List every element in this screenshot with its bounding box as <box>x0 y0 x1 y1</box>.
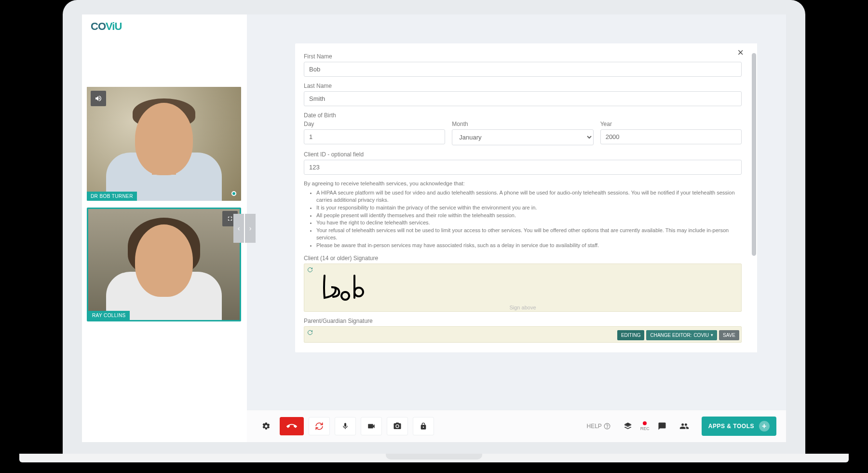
consent-item: Please be aware that in-person services … <box>316 242 742 249</box>
sync-button[interactable] <box>309 417 330 435</box>
presence-indicator <box>231 191 236 196</box>
consent-item: It is your responsibility to maintain th… <box>316 204 742 211</box>
consent-item: All people present will identify themsel… <box>316 212 742 219</box>
snapshot-button[interactable] <box>387 417 408 435</box>
form-scrollbar[interactable] <box>750 43 757 352</box>
dob-year-input[interactable] <box>600 129 742 144</box>
client-signature-label: Client (14 or older) Signature <box>304 255 742 262</box>
last-name-input[interactable] <box>304 91 742 106</box>
close-icon[interactable]: × <box>737 46 744 59</box>
parent-signature-pad[interactable]: EDITING CHANGE EDITOR: COVIU ▾ SAVE <box>304 326 742 343</box>
apps-tools-button[interactable]: APPS & TOOLS + <box>702 417 776 436</box>
participants-button[interactable] <box>676 417 693 435</box>
save-button[interactable]: SAVE <box>719 330 739 340</box>
pager-prev-button[interactable]: ‹ <box>233 214 244 243</box>
record-button[interactable]: REC <box>640 421 650 431</box>
consent-form-panel: × First Name Last Name Date of Birth <box>295 43 757 352</box>
consent-list: A HIPAA secure platform will be used for… <box>304 189 742 249</box>
camera-button[interactable] <box>361 417 382 435</box>
last-name-label: Last Name <box>304 83 742 89</box>
dob-year-label: Year <box>600 121 742 127</box>
svg-point-1 <box>607 428 607 428</box>
chevron-down-icon: ▾ <box>711 333 713 337</box>
video-tile-self[interactable]: RAY COLLINS <box>87 208 241 321</box>
dob-month-select[interactable]: January <box>452 129 593 145</box>
participant-name-label: RAY COLLINS <box>88 311 130 320</box>
lock-button[interactable] <box>413 417 434 435</box>
record-dot-icon <box>643 421 647 425</box>
consent-intro: By agreeing to receive telehealth servic… <box>304 181 742 186</box>
first-name-input[interactable] <box>304 62 742 77</box>
consent-item: Your refusal of telehealth services will… <box>316 227 742 241</box>
client-id-input[interactable] <box>304 160 742 175</box>
microphone-button[interactable] <box>335 417 356 435</box>
hangup-button[interactable] <box>280 417 304 435</box>
editing-status-badge: EDITING <box>617 330 645 340</box>
client-id-label: Client ID - optional field <box>304 151 742 158</box>
parent-signature-label: Parent/Guardian Signature <box>304 318 742 324</box>
help-button[interactable]: HELP <box>586 423 610 430</box>
pager-next-button[interactable]: › <box>245 214 256 243</box>
consent-item: A HIPAA secure platform will be used for… <box>316 189 742 204</box>
refresh-icon[interactable] <box>307 267 313 273</box>
change-editor-select[interactable]: CHANGE EDITOR: COVIU ▾ <box>646 330 717 340</box>
volume-icon[interactable] <box>91 91 106 106</box>
dob-label: Date of Birth <box>304 112 742 119</box>
consent-item: You have the right to decline telehealth… <box>316 219 742 226</box>
settings-button[interactable] <box>258 417 275 435</box>
plus-circle-icon: + <box>759 421 770 431</box>
video-tile-remote[interactable]: DR BOB TURNER <box>87 87 241 201</box>
participant-name-label: DR BOB TURNER <box>87 192 137 201</box>
client-signature-pad[interactable]: Sign above <box>304 264 742 312</box>
dob-month-label: Month <box>452 121 593 127</box>
brand-logo: COViU <box>82 14 247 39</box>
dob-day-label: Day <box>304 121 445 127</box>
layers-button[interactable] <box>619 417 637 435</box>
first-name-label: First Name <box>304 53 742 60</box>
chat-button[interactable] <box>653 417 671 435</box>
refresh-icon[interactable] <box>307 330 313 335</box>
dob-day-input[interactable] <box>304 129 445 144</box>
